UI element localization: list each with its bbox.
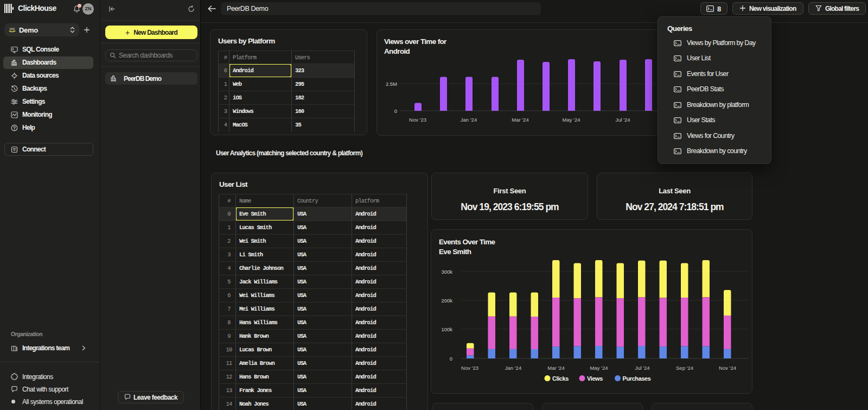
- svg-text:Jan '24: Jan '24: [461, 117, 477, 123]
- svg-text:May '24: May '24: [563, 117, 580, 123]
- svg-text:Sep '24: Sep '24: [676, 365, 693, 371]
- svg-text:Views: Views: [587, 375, 603, 382]
- svg-text:Jul '24: Jul '24: [615, 117, 630, 123]
- svg-text:0: 0: [394, 108, 397, 114]
- svg-text:Mar '24: Mar '24: [512, 117, 528, 123]
- svg-text:May '24: May '24: [590, 365, 608, 371]
- svg-text:200k: 200k: [441, 298, 452, 304]
- svg-text:2.5M: 2.5M: [386, 81, 397, 87]
- svg-text:Nov '23: Nov '23: [409, 117, 426, 123]
- svg-text:Nov '24: Nov '24: [719, 365, 736, 371]
- svg-text:Jan '24: Jan '24: [505, 365, 521, 371]
- svg-text:Jul '24: Jul '24: [635, 365, 649, 371]
- svg-text:Purchases: Purchases: [623, 375, 651, 382]
- svg-text:Mar '24: Mar '24: [547, 365, 564, 371]
- svg-text:Clicks: Clicks: [552, 375, 569, 382]
- svg-text:300k: 300k: [441, 269, 452, 275]
- svg-text:0: 0: [450, 356, 452, 362]
- svg-text:100k: 100k: [441, 326, 452, 332]
- svg-text:Nov '23: Nov '23: [461, 365, 478, 371]
